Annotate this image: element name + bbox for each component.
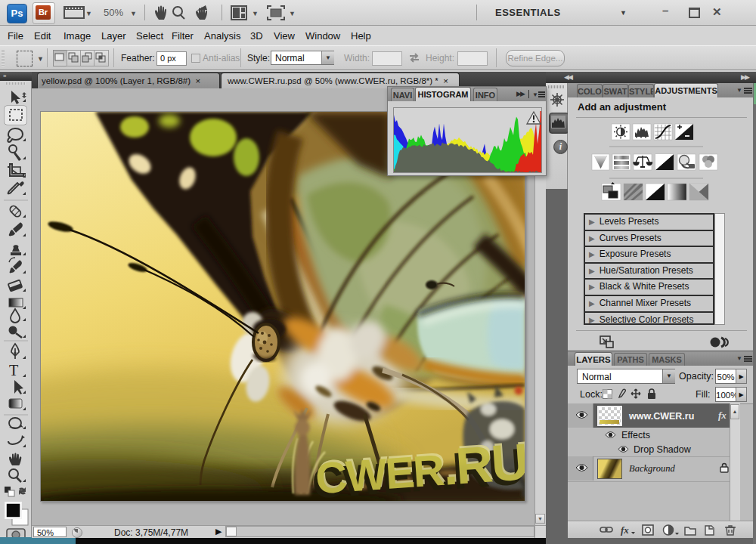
svg-text:fx: fx <box>621 524 629 536</box>
svg-text:T: T <box>9 362 18 379</box>
